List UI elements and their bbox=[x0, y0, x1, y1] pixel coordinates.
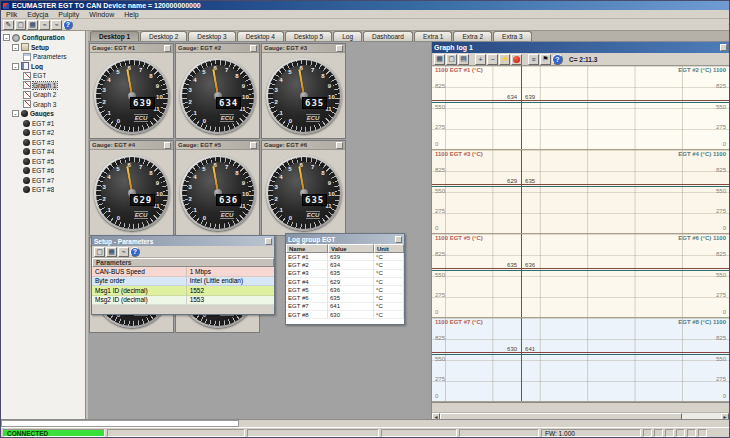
tree-item-egt-2[interactable]: EGT #2 bbox=[1, 128, 85, 138]
desktop-tab[interactable]: Desktop 4 bbox=[237, 31, 284, 41]
disconnect-icon[interactable]: ⌁ bbox=[51, 20, 62, 30]
gauge-menu-button[interactable] bbox=[250, 142, 257, 149]
parameter-row[interactable]: Msg2 ID (decimal) 1553 bbox=[92, 296, 274, 306]
collapse-icon[interactable]: - bbox=[12, 110, 19, 117]
graph-strip[interactable]: 1100 EGT #3 (°C) EGT #4 (°C) 1100 825 55… bbox=[432, 150, 729, 234]
menu-plik[interactable]: Plik bbox=[1, 10, 22, 18]
open-icon[interactable]: ▢ bbox=[446, 54, 457, 65]
log-table-row[interactable]: EGT #7 641 °C bbox=[286, 303, 404, 311]
tree-item-egt[interactable]: EGT bbox=[1, 71, 85, 81]
stop-icon[interactable] bbox=[511, 54, 522, 65]
column-name[interactable]: Name bbox=[286, 244, 328, 253]
log-window-titlebar[interactable]: Log group EGT bbox=[286, 234, 404, 244]
channel-list-icon[interactable]: ≡ bbox=[528, 54, 539, 65]
parameter-row[interactable]: CAN-BUS Speed 1 Mbps bbox=[92, 267, 274, 277]
open-icon[interactable]: ▢ bbox=[94, 247, 105, 257]
column-value[interactable]: Value bbox=[328, 244, 374, 253]
desktop-tab[interactable]: Extra 3 bbox=[493, 31, 532, 41]
save-icon[interactable]: ▦ bbox=[434, 54, 445, 65]
parameter-row[interactable]: Byte order Intel (Little endian) bbox=[92, 277, 274, 287]
close-icon[interactable] bbox=[395, 236, 402, 243]
desktop-tab[interactable]: Extra 1 bbox=[414, 31, 453, 41]
save-icon[interactable]: ▦ bbox=[27, 20, 38, 30]
tree-item-egt-7[interactable]: EGT #7 bbox=[1, 176, 85, 186]
parameter-value[interactable]: Intel (Little endian) bbox=[187, 277, 274, 286]
log-table-row[interactable]: EGT #3 635 °C bbox=[286, 270, 404, 278]
marker-flag-icon[interactable]: ⚑ bbox=[540, 54, 551, 65]
zoom-out-icon[interactable]: − bbox=[487, 54, 498, 65]
gauge-titlebar[interactable]: Gauge: EGT #6 bbox=[262, 141, 345, 150]
tree-item-gauges[interactable]: - Gauges bbox=[1, 109, 85, 119]
log-table-row[interactable]: EGT #4 629 °C bbox=[286, 278, 404, 286]
open-icon[interactable]: ▢ bbox=[15, 20, 26, 30]
gauge-menu-button[interactable] bbox=[336, 142, 343, 149]
live-update-icon[interactable]: ⚡ bbox=[499, 54, 510, 65]
gauge-titlebar[interactable]: Gauge: EGT #3 bbox=[262, 44, 345, 53]
gauge-menu-button[interactable] bbox=[164, 45, 171, 52]
desktop-tab[interactable]: Desktop 2 bbox=[140, 31, 187, 41]
tree-item-parameters[interactable]: Parameters bbox=[1, 52, 85, 62]
new-icon[interactable]: ✎ bbox=[3, 20, 14, 30]
tree-item-graph-3[interactable]: Graph 3 bbox=[1, 100, 85, 110]
gauge-menu-button[interactable] bbox=[164, 142, 171, 149]
desktop-tab[interactable]: Extra 2 bbox=[453, 31, 492, 41]
log-table-row[interactable]: EGT #5 636 °C bbox=[286, 286, 404, 294]
collapse-icon[interactable]: - bbox=[12, 44, 19, 51]
log-table-row[interactable]: EGT #1 639 °C bbox=[286, 253, 404, 261]
help-icon[interactable]: ? bbox=[130, 247, 140, 257]
menu-pulpity[interactable]: Pulpity bbox=[53, 10, 84, 18]
desktop-tab[interactable]: Desktop 1 bbox=[90, 31, 139, 41]
desktop-tab[interactable]: Desktop 3 bbox=[188, 31, 235, 41]
gauge-titlebar[interactable]: Gauge: EGT #1 bbox=[90, 44, 173, 53]
log-table-row[interactable]: EGT #6 635 °C bbox=[286, 294, 404, 302]
gauge-titlebar[interactable]: Gauge: EGT #2 bbox=[176, 44, 259, 53]
graph-strip[interactable]: 1100 EGT #5 (°C) EGT #6 (°C) 1100 825 55… bbox=[432, 234, 729, 318]
parameter-value[interactable]: 1 Mbps bbox=[187, 267, 274, 276]
tree-item-graph-2[interactable]: Graph 2 bbox=[1, 90, 85, 100]
graph-cursor-line[interactable] bbox=[521, 318, 522, 401]
collapse-icon[interactable]: - bbox=[3, 34, 10, 41]
zoom-in-icon[interactable]: + bbox=[475, 54, 486, 65]
gauge-menu-button[interactable] bbox=[250, 45, 257, 52]
menu-edycja[interactable]: Edycja bbox=[22, 10, 53, 18]
desktop-tab[interactable]: Dashboard bbox=[363, 31, 413, 41]
gauge-titlebar[interactable]: Gauge: EGT #4 bbox=[90, 141, 173, 150]
parameters-window-titlebar[interactable]: Setup - Parameters bbox=[92, 236, 274, 246]
parameter-row[interactable]: Msg1 ID (decimal) 1552 bbox=[92, 286, 274, 296]
help-icon[interactable]: ? bbox=[552, 54, 563, 65]
tree-item-egt-8[interactable]: EGT #8 bbox=[1, 185, 85, 195]
tree-item-egt-3[interactable]: EGT #3 bbox=[1, 138, 85, 148]
tree-item-egt-4[interactable]: EGT #4 bbox=[1, 147, 85, 157]
tree-item-egt-1[interactable]: EGT #1 bbox=[1, 119, 85, 129]
menu-window[interactable]: Window bbox=[84, 10, 119, 18]
desktop-tab[interactable]: Log bbox=[333, 31, 362, 41]
close-icon[interactable] bbox=[265, 238, 272, 245]
graph-cursor-line[interactable] bbox=[521, 234, 522, 317]
parameter-value[interactable]: 1553 bbox=[187, 296, 274, 305]
connect-icon[interactable]: ⌁ bbox=[39, 20, 50, 30]
log-table-row[interactable]: EGT #8 630 °C bbox=[286, 311, 404, 319]
print-icon[interactable]: ▤ bbox=[458, 54, 469, 65]
graph-titlebar[interactable]: Graph log 1 bbox=[432, 42, 729, 53]
close-icon[interactable] bbox=[720, 44, 727, 51]
collapse-icon[interactable]: - bbox=[12, 63, 19, 70]
help-icon[interactable]: ? bbox=[63, 20, 73, 30]
tree-item-log[interactable]: - Log bbox=[1, 62, 85, 72]
menu-help[interactable]: Help bbox=[119, 10, 143, 18]
graph-strip[interactable]: 1100 EGT #1 (°C) EGT #2 (°C) 1100 825 55… bbox=[432, 66, 729, 150]
send-icon[interactable]: ⌁ bbox=[118, 247, 129, 257]
tree-item-egt-5[interactable]: EGT #5 bbox=[1, 157, 85, 167]
tree-item-graph-1[interactable]: Graph 1 bbox=[1, 81, 85, 91]
column-unit[interactable]: Unit bbox=[374, 244, 404, 253]
log-table-row[interactable]: EGT #2 634 °C bbox=[286, 261, 404, 269]
desktop-hscrollbar[interactable] bbox=[1, 420, 239, 427]
save-icon[interactable]: ▦ bbox=[106, 247, 117, 257]
graph-cursor-line[interactable] bbox=[521, 66, 522, 149]
gauge-menu-button[interactable] bbox=[336, 45, 343, 52]
tree-item-configuration[interactable]: - Configuration bbox=[1, 33, 85, 43]
gauge-titlebar[interactable]: Gauge: EGT #5 bbox=[176, 141, 259, 150]
graph-cursor-line[interactable] bbox=[521, 150, 522, 233]
parameter-value[interactable]: 1552 bbox=[187, 286, 274, 295]
tree-item-egt-6[interactable]: EGT #6 bbox=[1, 166, 85, 176]
title-bar[interactable]: ECUMASTER EGT TO CAN Device name = 12000… bbox=[1, 1, 729, 10]
